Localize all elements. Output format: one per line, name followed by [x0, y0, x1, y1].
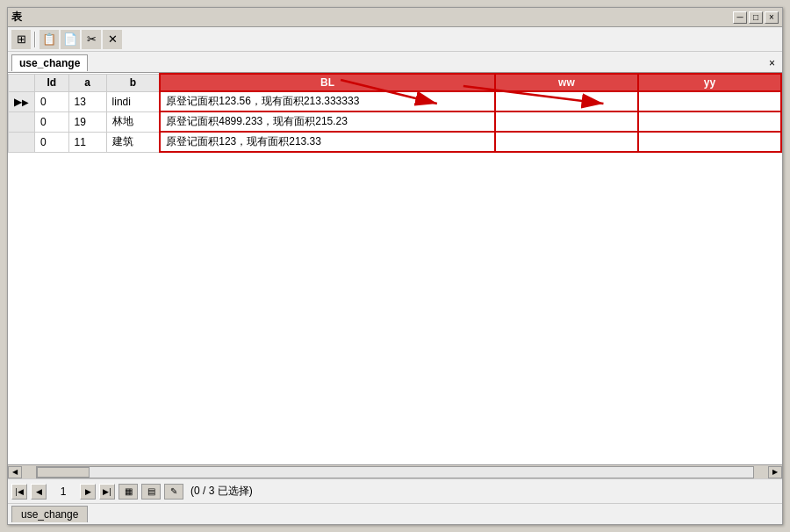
cell-bz-3[interactable]: 原登记面积123，现有面积213.33: [160, 132, 495, 152]
edit-mode-button[interactable]: ✎: [164, 484, 183, 500]
bottom-tab-use-change[interactable]: use_change: [11, 506, 88, 522]
col-header-b[interactable]: b: [106, 74, 160, 91]
col-header-a[interactable]: a: [68, 74, 106, 91]
col-header-yy[interactable]: yy: [638, 74, 781, 91]
col-header-indicator: [9, 74, 35, 91]
table-container[interactable]: Id a b BL ww yy ▶ 0 13 lindi 原登记面积123.56: [8, 73, 782, 464]
cell-b-1[interactable]: lindi: [106, 91, 160, 111]
toolbar: ⊞ 📋 📄 ✂ ✕: [8, 27, 782, 52]
tab-title[interactable]: use_change: [11, 54, 88, 71]
cell-ww-3[interactable]: [495, 132, 638, 152]
nav-prev-button[interactable]: ◀: [31, 484, 47, 500]
window-title: 表: [11, 10, 22, 25]
title-bar: 表 ─ □ ×: [8, 8, 782, 27]
toolbar-btn-copy[interactable]: 📋: [40, 30, 59, 49]
table-row[interactable]: 0 19 林地 原登记面积4899.233，现有面积215.23: [9, 111, 782, 132]
nav-next-button[interactable]: ▶: [80, 484, 96, 500]
horizontal-scrollbar[interactable]: ◀ ▶: [8, 464, 782, 478]
maximize-button[interactable]: □: [749, 11, 763, 24]
toolbar-btn-paste[interactable]: 📄: [61, 30, 80, 49]
toolbar-btn-new[interactable]: ⊞: [11, 30, 31, 49]
scroll-track[interactable]: [36, 466, 754, 478]
cell-yy-1[interactable]: [638, 91, 781, 111]
toolbar-separator-1: [34, 32, 36, 47]
title-bar-buttons: ─ □ ×: [733, 11, 779, 24]
col-header-id[interactable]: Id: [35, 74, 69, 91]
close-button[interactable]: ×: [765, 11, 779, 24]
scroll-thumb[interactable]: [37, 467, 90, 478]
data-table: Id a b BL ww yy ▶ 0 13 lindi 原登记面积123.56: [8, 73, 782, 153]
bottom-tab-bar: use_change: [8, 503, 782, 524]
cell-a-2[interactable]: 19: [68, 111, 106, 132]
main-content: Id a b BL ww yy ▶ 0 13 lindi 原登记面积123.56: [8, 73, 782, 503]
main-window: 表 ─ □ × ⊞ 📋 📄 ✂ ✕ use_change ×: [7, 7, 783, 525]
selection-status: (0 / 3 已选择): [190, 484, 253, 499]
toolbar-btn-cut[interactable]: ✂: [82, 30, 101, 49]
cell-ww-1[interactable]: [495, 91, 638, 111]
status-bar: |◀ ◀ 1 ▶ ▶| ▦ ▤ ✎ (0 / 3 已选择): [8, 478, 782, 503]
cell-yy-3[interactable]: [638, 132, 781, 152]
cell-ww-2[interactable]: [495, 111, 638, 132]
table-row[interactable]: ▶ 0 13 lindi 原登记面积123.56，现有面积213.333333: [9, 91, 782, 111]
toolbar-btn-delete[interactable]: ✕: [103, 30, 122, 49]
minimize-button[interactable]: ─: [733, 11, 747, 24]
cell-b-2[interactable]: 林地: [106, 111, 160, 132]
tab-bar: use_change ×: [8, 52, 782, 73]
nav-last-button[interactable]: ▶|: [99, 484, 115, 500]
cell-id-1[interactable]: 0: [35, 91, 69, 111]
row-indicator-3: [9, 132, 35, 152]
col-header-bz[interactable]: BL: [160, 74, 495, 91]
cell-a-1[interactable]: 13: [68, 91, 106, 111]
view-list-button[interactable]: ▤: [141, 484, 161, 500]
cell-a-3[interactable]: 11: [68, 132, 106, 152]
row-indicator-1: ▶: [9, 91, 35, 111]
row-indicator-2: [9, 111, 35, 132]
view-grid-button[interactable]: ▦: [118, 484, 138, 500]
cell-b-3[interactable]: 建筑: [106, 132, 160, 152]
cell-bz-2[interactable]: 原登记面积4899.233，现有面积215.23: [160, 111, 495, 132]
cell-yy-2[interactable]: [638, 111, 781, 132]
cell-bz-1[interactable]: 原登记面积123.56，现有面积213.333333: [160, 91, 495, 111]
scroll-right-button[interactable]: ▶: [768, 466, 782, 478]
table-row[interactable]: 0 11 建筑 原登记面积123，现有面积213.33: [9, 132, 782, 152]
cell-id-2[interactable]: 0: [35, 111, 69, 132]
scroll-left-button[interactable]: ◀: [8, 466, 22, 478]
cell-id-3[interactable]: 0: [35, 132, 69, 152]
tab-close-button[interactable]: ×: [765, 57, 779, 69]
page-number[interactable]: 1: [50, 485, 76, 498]
col-header-ww[interactable]: ww: [495, 74, 638, 91]
nav-first-button[interactable]: |◀: [11, 484, 27, 500]
